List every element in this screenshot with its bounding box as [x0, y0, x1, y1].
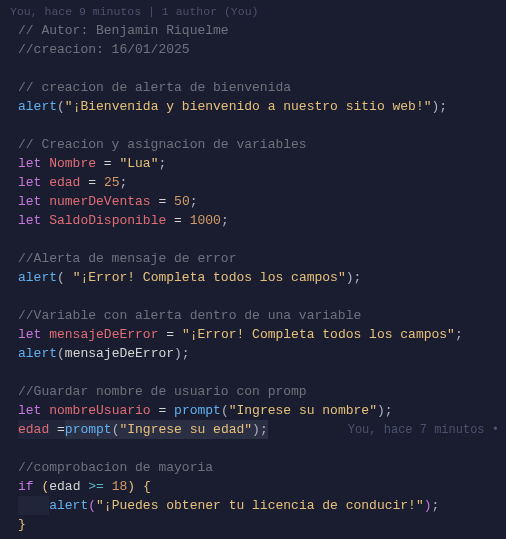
number-literal: 18: [112, 479, 128, 494]
identifier: nombreUsuario: [49, 403, 150, 418]
string-literal: "Ingrese su edad": [119, 422, 252, 437]
number-literal: 50: [174, 194, 190, 209]
comment-line: //creacion: 16/01/2025: [18, 42, 190, 57]
identifier: mensajeDeError: [49, 327, 158, 342]
blame-annotation: You, hace 9 minutos | 1 author (You): [0, 0, 506, 21]
fn-alert: alert: [18, 346, 57, 361]
identifier: mensajeDeError: [65, 346, 174, 361]
string-literal: "Lua": [119, 156, 158, 171]
comment-line: // creacion de alerta de bienvenida: [18, 80, 291, 95]
fn-alert: alert: [49, 498, 88, 513]
number-literal: 1000: [190, 213, 221, 228]
number-literal: 25: [104, 175, 120, 190]
fn-prompt: prompt: [65, 422, 112, 437]
comment-line: //Variable con alerta dentro de una vari…: [18, 308, 361, 323]
keyword-if: if: [18, 479, 34, 494]
comment-line: //Alerta de mensaje de error: [18, 251, 236, 266]
keyword-let: let: [18, 194, 41, 209]
comment-line: //Guardar nombre de usuario con promp: [18, 384, 307, 399]
code-area[interactable]: // Autor: Benjamin Riquelme //creacion: …: [0, 21, 506, 534]
keyword-let: let: [18, 213, 41, 228]
string-literal: "¡Error! Completa todos los campos": [182, 327, 455, 342]
string-literal: "¡Error! Completa todos los campos": [73, 270, 346, 285]
identifier: Nombre: [49, 156, 96, 171]
keyword-let: let: [18, 327, 41, 342]
comment-line: // Autor: Benjamin Riquelme: [18, 23, 229, 38]
string-literal: "¡Puedes obtener tu licencia de conducir…: [96, 498, 424, 513]
keyword-let: let: [18, 156, 41, 171]
string-literal: "Ingrese su nombre": [229, 403, 377, 418]
keyword-let: let: [18, 403, 41, 418]
identifier: edad: [18, 422, 49, 437]
identifier: SaldoDisponible: [49, 213, 166, 228]
identifier: edad: [49, 479, 80, 494]
identifier: edad: [49, 175, 80, 190]
fn-alert: alert: [18, 270, 57, 285]
comment-line: //comprobacion de mayoria: [18, 460, 213, 475]
inline-blame: You, hace 7 minutos • Se: [268, 423, 506, 437]
identifier: numerDeVentas: [49, 194, 150, 209]
comment-line: // Creacion y asignacion de variables: [18, 137, 307, 152]
fn-prompt: prompt: [174, 403, 221, 418]
string-literal: "¡Bienvenida y bienvenido a nuestro siti…: [65, 99, 432, 114]
keyword-let: let: [18, 175, 41, 190]
fn-alert: alert: [18, 99, 57, 114]
operator: >=: [88, 479, 104, 494]
